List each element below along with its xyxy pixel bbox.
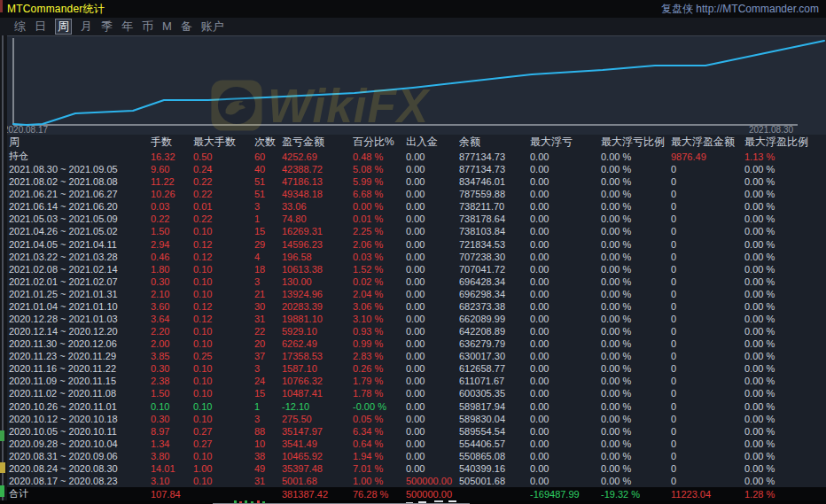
table-row[interactable]: 持仓16.320.50604252.690.48 %0.00877134.730…: [0, 150, 826, 163]
table-row[interactable]: 2021.02.01 ~ 2021.02.070.300.103130.000.…: [0, 275, 826, 288]
cell-9: 0: [671, 351, 744, 361]
cell-2: 40: [254, 164, 282, 174]
cell-8: 0.00 %: [601, 451, 671, 461]
cell-3: 16269.31: [282, 226, 353, 236]
menu-item-综[interactable]: 综: [14, 19, 26, 34]
table-row[interactable]: 2020.11.23 ~ 2020.11.293.850.253717358.5…: [0, 350, 826, 362]
cell-5: 0.00: [406, 226, 459, 236]
title-bar[interactable]: MTCommander统计 复盘侠 http://MTCommander.com: [0, 0, 826, 18]
table-row[interactable]: 2021.01.04 ~ 2021.01.103.600.123020283.3…: [0, 300, 826, 313]
menu-item-币[interactable]: 币: [142, 19, 153, 34]
cell-9: 0: [671, 338, 744, 349]
cell-7: 0.00: [530, 213, 601, 224]
table-row[interactable]: 2021.02.08 ~ 2021.02.141.800.101810613.3…: [0, 263, 826, 275]
table-row[interactable]: 2020.12.14 ~ 2020.12.202.200.10225929.10…: [0, 325, 826, 337]
cell-10: 0.00 %: [744, 338, 826, 349]
table-row[interactable]: 2020.11.30 ~ 2020.12.062.000.10206262.49…: [0, 337, 826, 350]
table-row[interactable]: 2020.11.09 ~ 2020.11.152.380.102410766.3…: [0, 375, 826, 387]
cell-6: 554406.57: [459, 438, 530, 449]
cell-3: 13924.96: [282, 289, 353, 299]
table-row[interactable]: 2020.10.26 ~ 2020.11.010.100.101-12.10-0…: [0, 399, 826, 412]
cell-5: 0.00: [406, 438, 459, 449]
menu-item-账户[interactable]: 账户: [201, 19, 224, 34]
cell-9: 0: [671, 252, 744, 262]
cell-4: 3.10 %: [353, 314, 406, 324]
cell-8: 0.00 %: [601, 213, 671, 224]
week-label: 2020.11.09 ~ 2020.11.15: [0, 376, 151, 386]
menu-item-年[interactable]: 年: [121, 19, 133, 34]
menu-item-M[interactable]: M: [162, 19, 172, 34]
table-row[interactable]: 2020.10.05 ~ 2020.10.118.970.278835147.9…: [0, 425, 826, 438]
column-header-0: 周: [0, 135, 151, 150]
cell-3: 10766.32: [282, 376, 353, 386]
table-row[interactable]: 2020.09.28 ~ 2020.10.041.340.27103541.49…: [0, 438, 826, 450]
cell-7: 0.00: [530, 463, 601, 474]
cell-8: 0.00 %: [601, 201, 671, 212]
week-label: 2020.09.28 ~ 2020.10.04: [0, 438, 151, 449]
cell-5: 500000.00: [406, 489, 459, 500]
cell-8: 0.00 %: [601, 264, 671, 275]
cell-8: 0.00 %: [601, 301, 671, 312]
cell-8: 0.00 %: [601, 239, 671, 250]
cell-0: 2.10: [151, 289, 193, 299]
cell-8: 0.00 %: [601, 463, 671, 474]
week-label: 2020.12.14 ~ 2020.12.20: [0, 326, 151, 337]
total-row[interactable]: 合计107.84381387.4276.28 %500000.00-169487…: [0, 487, 826, 500]
table-row[interactable]: 2020.11.02 ~ 2020.11.081.500.101510487.4…: [0, 387, 826, 399]
cell-1: 0.25: [193, 351, 254, 361]
cell-9: 0: [671, 201, 744, 212]
menu-item-季[interactable]: 季: [101, 19, 113, 34]
cell-5: 0.00: [406, 164, 459, 174]
table-row[interactable]: 2020.08.17 ~ 2020.08.233.100.10315001.68…: [0, 475, 826, 487]
cell-4: 0.03 %: [353, 252, 406, 262]
table-row[interactable]: 2021.06.21 ~ 2021.06.2710.260.225149348.…: [0, 188, 826, 200]
cell-5: 0.00: [406, 401, 459, 412]
table-row[interactable]: 2021.04.26 ~ 2021.05.021.500.101516269.3…: [0, 225, 826, 237]
cell-3: 130.00: [282, 276, 353, 287]
table-row[interactable]: 2020.08.31 ~ 2020.09.063.800.103810465.9…: [0, 450, 826, 462]
cell-7: 0.00: [530, 426, 601, 437]
cell-9: 0: [671, 451, 744, 461]
cell-0: 2.00: [151, 338, 193, 349]
table-row[interactable]: 2021.03.22 ~ 2021.03.280.460.124196.580.…: [0, 251, 826, 263]
column-header-9: 最大浮亏比例: [601, 135, 671, 150]
table-row[interactable]: 2021.05.03 ~ 2021.05.090.220.22174.800.0…: [0, 213, 826, 225]
cell-1: 0.24: [193, 164, 254, 174]
table-row[interactable]: 2020.10.12 ~ 2020.10.180.300.103275.500.…: [0, 413, 826, 425]
table-row[interactable]: 2020.12.28 ~ 2021.01.033.640.123119881.1…: [0, 313, 826, 325]
cell-5: 0.00: [406, 252, 459, 262]
equity-chart[interactable]: 2020.08.17 2021.08.30: [0, 35, 826, 135]
cell-5: 0.00: [406, 363, 459, 374]
menu-item-周[interactable]: 周: [55, 19, 72, 35]
cell-2: 38: [254, 451, 282, 461]
table-row[interactable]: 2021.08.30 ~ 2021.09.059.600.244042388.7…: [0, 163, 826, 175]
equity-line: [13, 41, 824, 125]
week-label: 2021.08.02 ~ 2021.08.08: [0, 176, 151, 187]
cell-7: 0.00: [530, 151, 601, 162]
cell-4: 6.34 %: [353, 426, 406, 437]
cell-3: 10613.38: [282, 264, 353, 275]
table-row[interactable]: 2020.11.16 ~ 2020.11.220.300.1031587.100…: [0, 362, 826, 375]
cell-5: 0.00: [406, 338, 459, 349]
menu-item-月[interactable]: 月: [81, 19, 92, 34]
cell-8: 0.00 %: [601, 252, 671, 262]
cell-3: 20283.39: [282, 301, 353, 312]
table-row[interactable]: 2021.01.25 ~ 2021.01.312.100.102113924.9…: [0, 288, 826, 300]
cell-6: 696298.34: [459, 289, 530, 299]
table-row[interactable]: 2021.08.02 ~ 2021.08.0811.220.225147186.…: [0, 175, 826, 188]
cell-10: 0.00 %: [744, 226, 826, 236]
table-row[interactable]: 2020.08.24 ~ 2020.08.3014.011.004935397.…: [0, 462, 826, 475]
cell-1: 0.12: [193, 314, 254, 324]
cell-10: 1.13 %: [744, 151, 826, 162]
cell-4: 0.02 %: [353, 276, 406, 287]
cell-0: 3.64: [151, 314, 193, 324]
cell-6: 630017.30: [459, 351, 530, 361]
cell-0: 14.01: [151, 463, 193, 474]
cell-2: 51: [254, 176, 282, 187]
menu-item-备[interactable]: 备: [181, 19, 192, 34]
menu-item-日[interactable]: 日: [35, 19, 46, 34]
table-row[interactable]: 2021.06.14 ~ 2021.06.200.030.01333.060.0…: [0, 200, 826, 213]
cell-4: 0.26 %: [353, 363, 406, 374]
table-row[interactable]: 2021.04.05 ~ 2021.04.112.940.122914596.2…: [0, 237, 826, 250]
cell-2: 30: [254, 301, 282, 312]
